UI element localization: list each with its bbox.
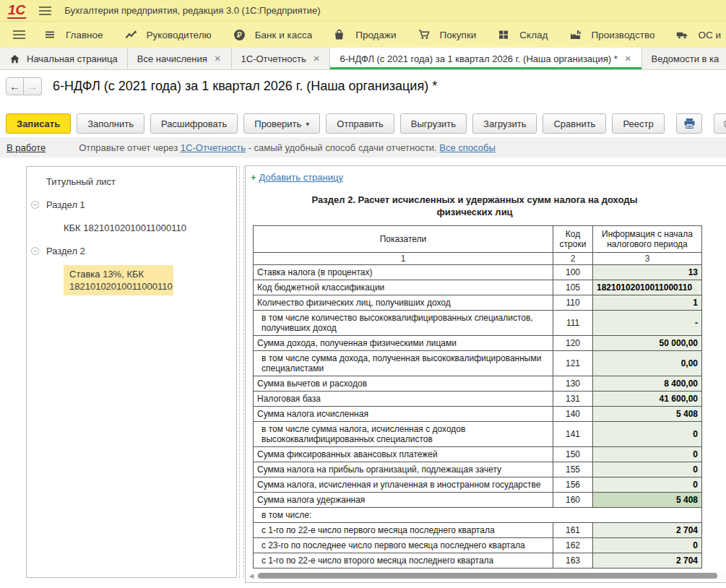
row-label: Сумма налога удержанная: [254, 493, 553, 508]
row-label: в том числе сумма налога, исчисленная с …: [254, 422, 553, 447]
menu-item-label: Руководителю: [147, 30, 212, 40]
row-label: в том числе сумма дохода, полученная выс…: [254, 351, 553, 376]
row-label: Количество физических лиц, получивших до…: [254, 295, 553, 311]
toolbar-button-label: Отправить: [337, 118, 383, 129]
row-value[interactable]: 50 000,00: [593, 336, 702, 351]
row-code: 120: [553, 336, 593, 351]
tab[interactable]: 6-НДФЛ (с 2021 года) за 1 квартал 2026 г…: [330, 48, 641, 69]
paperclip-icon: [721, 118, 726, 129]
toolbar-button[interactable]: Заполнить: [77, 113, 144, 134]
status-bar: В работе Отправьте отчет через 1С-Отчетн…: [0, 137, 726, 157]
all-methods-link[interactable]: Все способы: [439, 142, 495, 153]
toolbar-button[interactable]: Загрузить: [472, 113, 537, 134]
row-value[interactable]: 0: [593, 447, 702, 462]
print-button[interactable]: [676, 113, 702, 134]
menu-item[interactable]: Продажи: [334, 29, 396, 41]
factory-icon: [569, 29, 582, 41]
collapse-icon[interactable]: −: [31, 201, 39, 209]
close-icon[interactable]: ×: [313, 54, 321, 63]
scrollbar-thumb[interactable]: [258, 573, 717, 579]
table-row: Код бюджетной классификации 105 18210102…: [254, 280, 702, 295]
tab[interactable]: Ведомости в ка: [642, 48, 726, 69]
collapse-icon[interactable]: −: [31, 247, 39, 255]
scroll-left-icon[interactable]: ◀: [249, 573, 254, 579]
row-value[interactable]: 18210102010011000110: [593, 280, 702, 295]
tree-item[interactable]: Ставка 13%, КБК 18210102010011000110: [30, 265, 232, 295]
row-value[interactable]: -: [593, 311, 702, 336]
forward-icon: →: [27, 80, 38, 92]
menu-item-label: Производство: [591, 30, 654, 40]
report-structure-tree: Титульный лист − Раздел 1 КБК 1821010201…: [26, 166, 237, 578]
sections-panel: Главное Руководителю P Банк и касса Прод…: [0, 22, 726, 48]
toolbar-button[interactable]: Сравнить: [543, 113, 606, 134]
status-text-middle: - самый удобный способ сдачи отчетности.: [246, 142, 439, 153]
row-code: 156: [553, 477, 593, 493]
page-title: 6-НДФЛ (с 2021 года) за 1 квартал 2026 г…: [53, 79, 437, 94]
row-value[interactable]: 5 408: [593, 493, 702, 508]
back-icon: ←: [9, 80, 20, 92]
add-page-label: Добавить страницу: [259, 172, 343, 183]
status-message: Отправьте отчет через 1С-Отчетность - са…: [79, 142, 496, 153]
menu-item[interactable]: Производство: [569, 29, 654, 41]
tab-home[interactable]: Начальная страница: [0, 48, 128, 69]
add-page-link[interactable]: +Добавить страницу: [251, 172, 726, 183]
row-value[interactable]: 0: [593, 422, 702, 447]
tab[interactable]: 1С-Отчетность ×: [232, 48, 331, 69]
row-value[interactable]: 2 704: [593, 553, 702, 568]
panel-splitter[interactable]: [239, 166, 244, 578]
table-row: с 1-го по 22-е число первого месяца посл…: [254, 523, 702, 538]
row-value[interactable]: 0: [593, 538, 702, 553]
menu-item[interactable]: Покупки: [418, 29, 477, 41]
toolbar-button[interactable]: Проверить ▾: [243, 113, 320, 134]
attach-button[interactable]: [714, 113, 726, 134]
toolbar-button[interactable]: Отправить: [326, 113, 394, 134]
menu-item[interactable]: ОС и: [676, 29, 721, 41]
row-value[interactable]: 0: [593, 462, 702, 477]
report-service-link[interactable]: 1С-Отчетность: [181, 142, 246, 153]
section-title: Раздел 2. Расчет исчисленных и удержанны…: [252, 194, 697, 218]
back-button[interactable]: ←: [6, 77, 24, 95]
toolbar-button[interactable]: Реестр: [612, 113, 664, 134]
forward-button[interactable]: →: [24, 77, 42, 95]
row-code: 100: [553, 265, 593, 280]
table-body: Показатели Код строки Информация с начал…: [254, 226, 702, 568]
menu-item[interactable]: P Банк и касса: [233, 29, 313, 41]
col-header-info: Информация с начала налогового периода: [593, 226, 702, 253]
tree-item-label: КБК 18210102010011000110: [64, 222, 186, 233]
table-row: Сумма налога удержанная 160 5 408: [254, 493, 702, 508]
row-value[interactable]: 0,00: [593, 351, 702, 376]
row-value[interactable]: 1: [593, 295, 702, 311]
menu-item-label: Склад: [519, 30, 548, 40]
row-value[interactable]: 5 408: [593, 407, 702, 422]
toolbar-button[interactable]: Записать: [6, 113, 71, 134]
row-label: в том числе:: [254, 508, 702, 523]
main-menu-icon[interactable]: [38, 5, 53, 17]
row-value[interactable]: 2 704: [593, 523, 702, 538]
toolbar-button[interactable]: Выгрузить: [400, 113, 467, 134]
row-value[interactable]: 41 600,00: [593, 392, 702, 407]
row-label: Сумма фиксированных авансовых платежей: [254, 447, 553, 462]
tab[interactable]: Все начисления ×: [128, 48, 232, 69]
tree-item[interactable]: − Раздел 1: [30, 199, 232, 211]
row-value[interactable]: 13: [593, 265, 702, 280]
tree-item[interactable]: − Раздел 2: [30, 245, 232, 257]
menu-item[interactable]: Главное: [44, 29, 103, 41]
sections-menu-icon[interactable]: [12, 29, 27, 40]
tree-item-label: Раздел 1: [46, 199, 85, 210]
row-value[interactable]: 0: [593, 477, 702, 493]
close-icon[interactable]: ×: [624, 54, 632, 63]
row-value[interactable]: 8 400,00: [593, 376, 702, 392]
close-icon[interactable]: ×: [214, 54, 222, 63]
toolbar-button[interactable]: Расшифровать: [150, 113, 238, 134]
col-header-line-code: Код строки: [553, 226, 593, 253]
tree-item[interactable]: Титульный лист: [30, 176, 232, 188]
status-state-link[interactable]: В работе: [7, 142, 46, 153]
tab-bar: Начальная страница Все начисления × 1С-О…: [0, 48, 726, 70]
menu-item[interactable]: Склад: [498, 29, 548, 41]
trend-icon: [125, 29, 137, 41]
menu-item[interactable]: Руководителю: [125, 29, 212, 41]
horizontal-scrollbar[interactable]: ◀: [248, 571, 726, 580]
tree-item[interactable]: КБК 18210102010011000110: [30, 222, 232, 234]
row-code: 141: [553, 422, 593, 447]
table-row: Сумма дохода, полученная физическими лиц…: [254, 336, 702, 351]
